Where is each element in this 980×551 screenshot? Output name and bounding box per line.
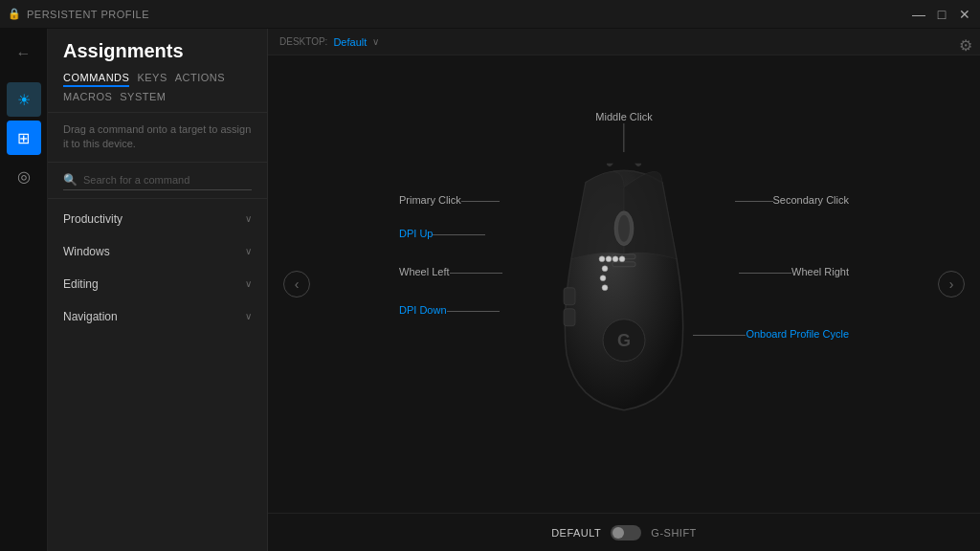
chevron-editing: ∨ [245,278,252,289]
primary-click-text: Primary Click [399,194,461,206]
label-dpi-up: DPI Up [399,227,433,240]
search-icon: 🔍 [63,173,78,187]
svg-point-12 [602,266,608,272]
profile-dropdown-icon[interactable]: ∨ [372,36,379,47]
lock-icon: 🔒 [8,8,21,20]
dpi-up-text: DPI Up [399,228,433,239]
middle-click-text: Middle Click [595,111,652,122]
svg-rect-3 [612,262,635,267]
dpi-icon[interactable]: ◎ [7,159,41,193]
maximize-button[interactable]: □ [934,7,949,22]
mouse-body: G [547,164,701,415]
svg-point-11 [619,256,625,262]
nav-arrow-left[interactable]: ‹ [283,271,310,298]
svg-point-13 [600,276,606,281]
svg-point-14 [602,285,608,291]
close-button[interactable]: ✕ [957,7,972,22]
lighting-icon[interactable]: ☀ [7,82,41,117]
windows-label: Windows [63,245,110,258]
categories-list: Productivity ∨ Windows ∨ Editing ∨ Navig… [48,199,267,551]
bottom-bar: DEFAULT G-SHIFT [268,513,980,551]
category-productivity[interactable]: Productivity ∨ [48,203,267,235]
tab-actions[interactable]: ACTIONS [175,70,225,87]
editing-label: Editing [63,277,99,291]
profile-label: DESKTOP: [279,36,327,47]
tab-keys[interactable]: KEYS [137,70,167,87]
settings-button[interactable]: ⚙ [959,36,972,55]
main-content: DESKTOP: Default ∨ ⚙ ‹ › [268,29,980,551]
label-dpi-down: DPI Down [399,303,447,317]
label-middle-click: Middle Click [595,110,652,152]
dpi-down-text: DPI Down [399,304,447,316]
nav-arrow-right[interactable]: › [938,271,965,298]
search-input[interactable] [83,174,252,186]
assignments-icon[interactable]: ⊞ [7,121,41,155]
wheel-right-text: Wheel Right [791,266,849,277]
svg-rect-4 [564,288,575,305]
title-bar: 🔒 PERSISTENT PROFILE — □ ✕ [0,0,980,29]
onboard-profile-text: Onboard Profile Cycle [746,328,849,340]
navigation-label: Navigation [63,310,118,323]
drag-hint-text: Drag a command onto a target to assign i… [63,123,251,149]
tab-macros[interactable]: MACROS [63,89,112,104]
wheel-left-text: Wheel Left [399,266,450,277]
svg-point-9 [606,256,612,262]
svg-rect-5 [564,309,575,326]
label-secondary-click: Secondary Click [773,193,849,207]
label-onboard-profile: Onboard Profile Cycle [746,327,849,341]
mode-toggle[interactable] [611,525,641,540]
label-primary-click: Primary Click [399,193,461,207]
chevron-navigation: ∨ [245,311,252,321]
icon-rail: ← ☀ ⊞ ◎ [0,29,48,551]
sidebar: Assignments COMMANDS KEYS ACTIONS MACROS… [48,29,268,551]
label-wheel-left: Wheel Left [399,265,450,278]
secondary-click-text: Secondary Click [773,194,849,206]
chevron-productivity: ∨ [245,213,252,224]
minimize-button[interactable]: — [911,7,926,22]
mouse-area: ‹ › [268,55,980,513]
category-windows[interactable]: Windows ∨ [48,235,267,268]
default-label: DEFAULT [551,527,601,539]
productivity-label: Productivity [63,212,122,226]
category-navigation[interactable]: Navigation ∨ [48,300,267,333]
app-title: PERSISTENT PROFILE [27,9,149,20]
tab-commands[interactable]: COMMANDS [63,70,129,87]
chevron-windows: ∨ [245,246,252,256]
category-editing[interactable]: Editing ∨ [48,268,267,300]
page-title: Assignments [63,40,252,62]
back-button[interactable]: ← [7,36,41,71]
svg-point-8 [599,256,605,262]
tab-system[interactable]: SYSTEM [120,89,166,104]
svg-point-10 [612,256,618,262]
profile-name: Default [333,36,367,48]
svg-point-1 [618,215,630,242]
profile-bar: DESKTOP: Default ∨ [268,29,980,55]
svg-text:G: G [617,331,631,350]
label-wheel-right: Wheel Right [791,265,849,278]
gshift-label: G-SHIFT [651,527,697,539]
